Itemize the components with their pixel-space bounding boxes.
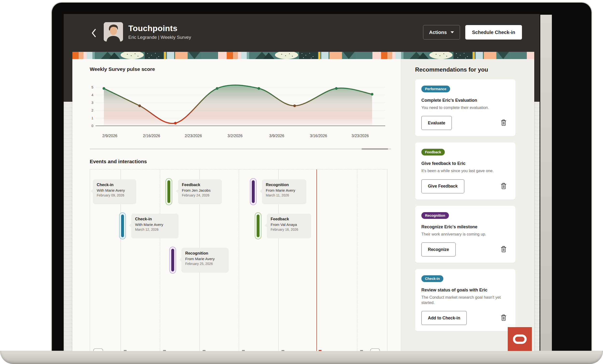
event-detail: From Jen Jacobs <box>182 188 218 193</box>
timeline-next-button[interactable] <box>370 349 380 351</box>
recommendation-title: Complete Eric's Evaluation <box>421 98 509 103</box>
event-card[interactable]: Recognition From Marie Avery March 11, 2… <box>262 179 306 204</box>
content-panel: Weekly Survey pulse score 0123452/9/2026… <box>72 52 534 351</box>
actions-button[interactable]: Actions <box>423 25 460 40</box>
laptop-mockup: Touchpoints Eric Legrande | Weekly Surve… <box>0 0 603 364</box>
recognition-badge: Recognition <box>421 212 449 219</box>
svg-text:2/23/2026: 2/23/2026 <box>185 134 202 138</box>
timeline-gridline <box>357 170 357 351</box>
event-type: Check-in <box>97 182 132 187</box>
trash-icon <box>500 182 507 190</box>
dismiss-button[interactable] <box>499 245 508 254</box>
recommendation-description: It's been a while since you last gave on… <box>421 168 509 173</box>
recommendation-card: Check-in Review status of goals with Eri… <box>415 269 515 331</box>
event-card[interactable]: Check-in With Marie Avery February 09, 2… <box>93 179 136 204</box>
svg-text:1: 1 <box>92 116 93 120</box>
panel-body: Weekly Survey pulse score 0123452/9/2026… <box>72 59 534 351</box>
timeline-tick-stub <box>360 350 363 351</box>
timeline-tick-stub <box>281 350 284 351</box>
event-date: February 09, 2026 <box>97 193 132 197</box>
chart-scrollbar-track[interactable] <box>90 148 391 150</box>
recommendation-description: The Conduct market research goal hasn't … <box>421 295 509 305</box>
svg-text:5: 5 <box>92 85 93 89</box>
recommendation-card: Performance Complete Eric's Evaluation Y… <box>415 79 515 136</box>
recommendation-card: Feedback Give feedback to Eric It's been… <box>415 142 515 199</box>
dismiss-button[interactable] <box>499 118 508 128</box>
svg-text:3/2/2026: 3/2/2026 <box>227 134 243 138</box>
give-feedback-button[interactable]: Give Feedback <box>421 179 464 193</box>
timeline-gridline <box>160 170 160 351</box>
timeline-tick-stub <box>242 350 245 351</box>
screen-side-rim <box>540 15 552 352</box>
svg-text:2/16/2026: 2/16/2026 <box>143 134 160 138</box>
timeline-tick-stub <box>203 350 206 351</box>
timeline-prev-button[interactable] <box>93 349 103 351</box>
checkin-badge: Check-in <box>421 275 443 282</box>
events-timeline: Check-in With Marie Avery February 09, 2… <box>90 169 387 351</box>
feedback-badge: Feedback <box>421 149 445 156</box>
laptop-base <box>0 351 603 364</box>
recommendation-title: Review status of goals with Eric <box>421 288 509 293</box>
trash-icon <box>500 119 507 126</box>
event-detail: With Marie Avery <box>97 188 132 193</box>
event-type: Feedback <box>182 182 218 187</box>
evaluate-button[interactable]: Evaluate <box>421 116 452 130</box>
timeline-gridline <box>239 170 239 351</box>
recognize-button[interactable]: Recognize <box>421 242 456 256</box>
chart-scrollbar-thumb[interactable] <box>361 148 388 150</box>
avatar <box>104 22 123 41</box>
page-title: Touchpoints <box>128 24 177 33</box>
timeline-today-tick-stub <box>319 350 322 351</box>
svg-text:0: 0 <box>92 124 93 128</box>
trash-icon <box>500 246 507 253</box>
add-to-checkin-button[interactable]: Add to Check-in <box>421 311 467 325</box>
back-button[interactable] <box>89 27 99 39</box>
event-marker-checkin[interactable] <box>119 212 126 239</box>
pulse-chart: 0123452/9/20262/16/20262/23/20263/2/2026… <box>90 81 391 141</box>
svg-text:4: 4 <box>92 93 93 97</box>
laptop-screen-bezel: Touchpoints Eric Legrande | Weekly Surve… <box>51 2 592 352</box>
recommendation-card: Recognition Recognize Eric's milestone T… <box>415 206 515 263</box>
main-content: Weekly Survey pulse score 0123452/9/2026… <box>72 59 401 351</box>
svg-text:2: 2 <box>92 108 93 112</box>
event-card[interactable]: Check-in With Marie Avery March 12, 2026 <box>131 214 178 239</box>
recommendation-title: Recognize Eric's milestone <box>421 224 509 229</box>
trash-icon <box>500 314 507 321</box>
recommendation-title: Give feedback to Eric <box>421 161 509 166</box>
svg-text:3: 3 <box>92 101 93 105</box>
event-date: March 12, 2026 <box>135 228 175 231</box>
person-photo-icon <box>104 22 123 41</box>
dismiss-button[interactable] <box>499 182 508 191</box>
event-marker-recognition[interactable] <box>250 178 257 205</box>
svg-text:3/16/2026: 3/16/2026 <box>310 134 327 138</box>
event-detail: With Marie Avery <box>135 223 175 227</box>
dismiss-button[interactable] <box>499 313 508 323</box>
event-detail: From Marie Avery <box>266 188 302 193</box>
recommendations-heading: Recommendations for you <box>415 66 534 73</box>
svg-text:3/23/2026: 3/23/2026 <box>352 134 369 138</box>
schedule-checkin-button[interactable]: Schedule Check-in <box>465 25 522 40</box>
recommendations-sidebar: Recommendations for you Performance Comp… <box>401 59 534 351</box>
oracle-ring-icon <box>513 334 527 344</box>
pulse-chart-title: Weekly Survey pulse score <box>90 66 155 72</box>
event-type: Feedback <box>271 217 307 221</box>
event-card[interactable]: Feedback From Jen Jacobs February 24, 20… <box>178 179 222 204</box>
app-header: Touchpoints Eric Legrande | Weekly Surve… <box>64 14 540 52</box>
event-marker-feedback[interactable] <box>255 212 261 239</box>
event-type: Recognition <box>266 182 302 187</box>
chevron-down-icon <box>451 31 454 33</box>
svg-text:3/9/2026: 3/9/2026 <box>269 134 284 138</box>
timeline-tick-stub <box>124 350 127 351</box>
event-card[interactable]: Recognition From Marie Avery February 25… <box>181 248 229 273</box>
decorative-banner <box>72 52 534 59</box>
oracle-logo <box>508 327 532 351</box>
event-marker-feedback[interactable] <box>165 178 172 205</box>
event-card[interactable]: Feedback From Val Anaya February 16, 202… <box>267 214 311 239</box>
recommendation-description: You need to complete their evaluation. <box>421 105 509 110</box>
event-date: February 16, 2026 <box>271 228 307 231</box>
performance-badge: Performance <box>421 86 450 92</box>
recommendation-description: Their work anniversary is coming up. <box>421 232 509 237</box>
event-type: Check-in <box>135 217 175 221</box>
page-subtitle: Eric Legrande | Weekly Survey <box>128 35 191 40</box>
event-marker-recognition[interactable] <box>169 247 176 273</box>
